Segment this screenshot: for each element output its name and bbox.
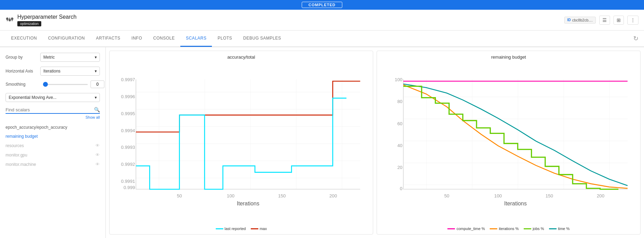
svg-text:0.9993: 0.9993 xyxy=(121,145,135,150)
chart-accuracy-svg: 0.9997 0.9996 0.9995 0.9994 0.9993 0.999… xyxy=(113,62,369,224)
svg-text:Iterations: Iterations xyxy=(504,201,527,206)
group-by-label: Group by xyxy=(6,55,40,60)
group-by-select[interactable]: Metric ▾ xyxy=(40,53,100,62)
legend-label-time: time % xyxy=(558,227,570,231)
smoothing-slider[interactable] xyxy=(43,84,88,85)
group-by-value: Metric xyxy=(43,55,55,60)
legend-max: max xyxy=(251,227,267,231)
status-badge: COMPLETED xyxy=(302,2,342,8)
legend-color-last-reported xyxy=(216,228,223,229)
svg-text:50: 50 xyxy=(177,193,182,198)
tab-artifacts[interactable]: ARTIFACTS xyxy=(91,30,126,47)
smooth-method-value: Exponential Moving Ave... xyxy=(9,95,57,100)
legend-label-jobs: jobs % xyxy=(533,227,544,231)
chart-budget-legend: compute_time % iterations % jobs % time … xyxy=(380,227,637,231)
svg-text:150: 150 xyxy=(546,193,553,198)
svg-text:0.9991: 0.9991 xyxy=(121,179,135,184)
legend-compute-time: compute_time % xyxy=(447,227,485,231)
header-actions: ID cbc8b2cb.... ☰ ⊞ ⋮ xyxy=(564,16,638,25)
chart-accuracy: accuracy/total 0.9997 0.9996 0.9995 0.99… xyxy=(109,51,373,235)
legend-jobs: jobs % xyxy=(524,227,544,231)
svg-text:40: 40 xyxy=(397,143,403,148)
svg-text:0.9995: 0.9995 xyxy=(121,111,135,116)
scalar-item-budget[interactable]: remaining budget xyxy=(6,132,100,141)
header-tag: optimization xyxy=(17,21,41,26)
svg-text:100: 100 xyxy=(494,193,502,198)
group-by-row: Group by Metric ▾ xyxy=(6,53,100,62)
header-info: Hyperparameter Search optimization xyxy=(17,14,77,26)
legend-time: time % xyxy=(549,227,570,231)
layout-button[interactable]: ⊞ xyxy=(613,16,624,25)
chart-budget: remaining budget 100 80 60 40 20 0 xyxy=(377,51,641,235)
id-value: cbc8b2cb.... xyxy=(572,18,593,22)
horizontal-axis-select[interactable]: Iterations ▾ xyxy=(40,67,100,76)
smoothing-input[interactable]: 0 xyxy=(91,80,104,88)
svg-text:50: 50 xyxy=(444,193,449,198)
page-title: Hyperparameter Search xyxy=(17,14,77,20)
legend-label-iterations: iterations % xyxy=(499,227,518,231)
legend-last-reported: last reported xyxy=(216,227,246,231)
svg-text:0.9997: 0.9997 xyxy=(121,77,135,82)
legend-color-jobs xyxy=(524,228,531,229)
hidden-icon-machine: 👁 xyxy=(95,162,100,167)
scalar-item-monitor-machine[interactable]: monitor.machine 👁 xyxy=(6,160,100,169)
charts-area: accuracy/total 0.9997 0.9996 0.9995 0.99… xyxy=(106,47,644,238)
svg-text:100: 100 xyxy=(227,193,234,198)
smooth-method-row: Exponential Moving Ave... ▾ xyxy=(6,93,100,102)
nav-tabs: EXECUTION CONFIGURATION ARTIFACTS INFO C… xyxy=(0,31,644,47)
tab-execution[interactable]: EXECUTION xyxy=(6,30,43,47)
smooth-method-chevron-icon: ▾ xyxy=(95,95,97,100)
tab-debug-samples[interactable]: DEBUG SAMPLES xyxy=(238,30,286,47)
smoothing-label: Smoothing xyxy=(6,82,40,87)
chart-budget-body: 100 80 60 40 20 0 50 100 150 200 Iterati… xyxy=(380,62,637,224)
id-badge: ID cbc8b2cb.... xyxy=(564,17,596,24)
search-icon[interactable]: 🔍 xyxy=(94,107,100,112)
search-input[interactable] xyxy=(6,107,94,112)
legend-label-last-reported: last reported xyxy=(225,227,246,231)
chart-budget-title: remaining budget xyxy=(380,54,637,60)
horizontal-axis-label: Horizontal Axis xyxy=(6,69,40,74)
tab-scalars[interactable]: SCALARS xyxy=(180,30,212,47)
legend-label-compute-time: compute_time % xyxy=(456,227,485,231)
scalar-item-resources[interactable]: resources 👁 xyxy=(6,141,100,150)
svg-text:20: 20 xyxy=(397,165,403,170)
refresh-button[interactable]: ↻ xyxy=(633,35,638,42)
smooth-method-select[interactable]: Exponential Moving Ave... ▾ xyxy=(6,93,100,102)
tab-info[interactable]: INFO xyxy=(126,30,148,47)
scalar-item-monitor-gpu[interactable]: monitor.gpu 👁 xyxy=(6,150,100,160)
show-all-link[interactable]: Show all xyxy=(6,115,100,119)
main-content: Group by Metric ▾ Horizontal Axis Iterat… xyxy=(0,47,644,238)
svg-text:0.9992: 0.9992 xyxy=(121,162,135,167)
top-bar: COMPLETED xyxy=(0,0,644,10)
legend-color-iterations xyxy=(490,228,497,229)
svg-text:0.9996: 0.9996 xyxy=(121,94,135,99)
search-row: 🔍 xyxy=(6,107,100,114)
details-button[interactable]: ☰ xyxy=(599,16,610,25)
chart-accuracy-legend: last reported max xyxy=(113,227,369,231)
hidden-icon: 👁 xyxy=(95,143,100,148)
svg-text:0.9994: 0.9994 xyxy=(121,128,135,133)
svg-text:0: 0 xyxy=(400,186,402,191)
legend-color-time xyxy=(549,228,557,229)
svg-rect-6 xyxy=(136,79,360,189)
chart-budget-svg: 100 80 60 40 20 0 50 100 150 200 Iterati… xyxy=(380,62,637,224)
legend-color-compute-time xyxy=(447,228,455,229)
sidebar: Group by Metric ▾ Horizontal Axis Iterat… xyxy=(0,47,106,238)
chart-accuracy-body: 0.9997 0.9996 0.9995 0.9994 0.9993 0.999… xyxy=(113,62,369,224)
smoothing-row: Smoothing 0 xyxy=(6,80,100,88)
tab-configuration[interactable]: CONFIGURATION xyxy=(43,30,91,47)
svg-text:80: 80 xyxy=(397,99,403,104)
tab-plots[interactable]: PLOTS xyxy=(212,30,238,47)
svg-text:100: 100 xyxy=(395,77,402,82)
legend-iterations: iterations % xyxy=(490,227,518,231)
legend-label-max: max xyxy=(260,227,267,231)
scalar-item-epoch[interactable]: epoch_accuracy/epoch_accuracy xyxy=(6,123,100,132)
more-button[interactable]: ⋮ xyxy=(627,16,638,25)
svg-text:200: 200 xyxy=(597,193,604,198)
svg-text:200: 200 xyxy=(329,193,337,198)
horizontal-axis-value: Iterations xyxy=(43,69,60,74)
horizontal-axis-row: Horizontal Axis Iterations ▾ xyxy=(6,67,100,76)
svg-text:60: 60 xyxy=(397,121,403,126)
legend-color-max xyxy=(251,228,258,229)
tab-console[interactable]: CONSOLE xyxy=(148,30,180,47)
